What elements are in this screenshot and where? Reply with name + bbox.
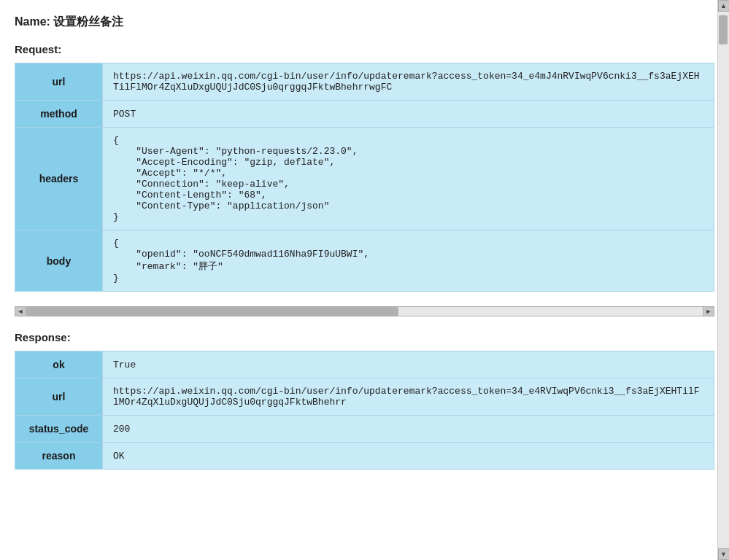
page-container: Name: 设置粉丝备注 Request: urlhttps://api.wei… [0,0,729,499]
response-value-reason: OK [103,443,714,470]
response-table-wrapper: okTrueurlhttps://api.weixin.qq.com/cgi-b… [15,351,714,470]
page-title: Name: 设置粉丝备注 [15,15,714,30]
request-value-method: POST [103,101,714,128]
response-row: okTrue [15,351,714,378]
response-row: urlhttps://api.weixin.qq.com/cgi-bin/use… [15,378,714,416]
response-row: reasonOK [15,443,714,470]
v-scroll-track[interactable] [718,12,729,548]
scroll-down-arrow[interactable]: ▼ [718,548,730,560]
scroll-left-arrow[interactable]: ◄ [15,306,26,316]
request-row: methodPOST [15,101,714,128]
request-row: body{ "openid": "ooNCF540dmwad116Nha9FI9… [15,230,714,292]
scroll-thumb[interactable] [26,307,398,316]
request-value-headers: { "User-Agent": "python-requests/2.23.0"… [103,128,714,230]
request-value-url: https://api.weixin.qq.com/cgi-bin/user/i… [103,63,714,101]
request-key-body: body [15,230,103,292]
request-section-label: Request: [15,43,714,55]
response-value-ok: True [103,351,714,378]
scroll-up-arrow[interactable]: ▲ [718,0,730,12]
request-key-url: url [15,63,103,101]
request-key-method: method [15,101,103,128]
response-value-url: https://api.weixin.qq.com/cgi-bin/user/i… [103,378,714,416]
request-table: urlhttps://api.weixin.qq.com/cgi-bin/use… [15,63,714,292]
request-value-body: { "openid": "ooNCF540dmwad116Nha9FI9uUBW… [103,230,714,292]
v-scroll-thumb[interactable] [719,15,728,44]
response-row: status_code200 [15,416,714,443]
scroll-track[interactable] [26,306,703,316]
horizontal-scrollbar[interactable]: ◄ ► [15,306,714,316]
response-key-status_code: status_code [15,416,103,443]
response-key-ok: ok [15,351,103,378]
request-key-headers: headers [15,128,103,230]
response-value-status_code: 200 [103,416,714,443]
vertical-scrollbar[interactable]: ▲ ▼ [717,0,729,560]
response-section-label: Response: [15,331,714,343]
scroll-right-arrow[interactable]: ► [703,306,714,316]
request-row: headers{ "User-Agent": "python-requests/… [15,128,714,230]
response-key-url: url [15,378,103,416]
response-key-reason: reason [15,443,103,470]
request-table-wrapper: urlhttps://api.weixin.qq.com/cgi-bin/use… [15,63,714,292]
response-table: okTrueurlhttps://api.weixin.qq.com/cgi-b… [15,351,714,470]
request-row: urlhttps://api.weixin.qq.com/cgi-bin/use… [15,63,714,101]
